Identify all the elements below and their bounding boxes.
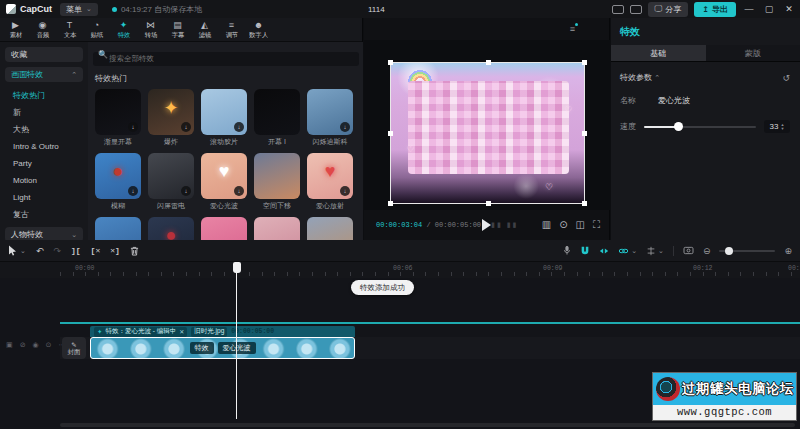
split-icon[interactable]: ][ [71,246,81,255]
preview-axis-icon[interactable]: ⌄ [646,246,664,256]
layout-toggle-icon[interactable] [612,5,624,14]
effect-card[interactable]: ✦↓爆炸 [148,89,194,147]
effect-thumbnail[interactable] [254,89,300,135]
play-button[interactable] [482,219,491,231]
sidebar-item[interactable]: 复古 [5,206,83,223]
effect-thumbnail[interactable]: ↓ [201,89,247,135]
screen-record-icon[interactable] [683,246,694,255]
effect-thumbnail[interactable]: ♥↓ [307,153,353,199]
sidebar-item[interactable]: 特效热门 [5,87,83,104]
ribbon-tab-avatar[interactable]: ☻数字人 [245,20,272,40]
effect-thumbnail[interactable] [254,153,300,199]
ribbon-tab-audio[interactable]: ◉音频 [29,20,56,40]
mute-icon[interactable]: ◉ [33,341,39,349]
sidebar-item[interactable]: Motion [5,172,83,189]
resize-handle-n[interactable] [486,60,491,65]
cover-button[interactable]: ✎ 封面 [62,337,86,359]
snapshot-icon[interactable]: ⊙ [559,219,567,231]
share-button[interactable]: 🖵 分享 [648,2,689,17]
player-menu-icon[interactable]: ≡ [570,24,575,34]
resize-handle-s[interactable] [486,201,491,206]
remove-effect-icon[interactable]: ✕ [179,328,184,335]
ribbon-tab-captions[interactable]: ▤字幕 [164,20,191,40]
effect-thumbnail[interactable]: ↓ [148,153,194,199]
delete-right-icon[interactable]: ✕] [110,246,120,255]
resize-handle-w[interactable] [388,131,393,136]
timeline-zoom-slider[interactable] [719,250,775,252]
sidebar-group-screen-effects[interactable]: 画面特效 ⌃ [5,67,83,82]
ribbon-tab-effects[interactable]: ✦特效 [110,20,137,40]
ribbon-tab-filters[interactable]: ◭滤镜 [191,20,218,40]
speed-slider[interactable] [644,126,756,128]
resize-handle-nw[interactable] [388,60,393,65]
reset-icon[interactable]: ↺ [782,73,790,83]
ribbon-tab-transition[interactable]: ⋈转场 [137,20,164,40]
ribbon-tab-media[interactable]: ▶素材 [2,20,29,40]
resize-handle-sw[interactable] [388,201,393,206]
export-button[interactable]: ↥ 导出 [694,2,736,17]
maximize-button[interactable]: ▢ [762,4,776,14]
frame-step-icons[interactable]: ▮▮ ▮▮ [491,221,518,229]
sidebar-item[interactable]: Party [5,155,83,172]
fullscreen-icon[interactable]: ⛶ [593,219,600,231]
zoom-out-icon[interactable]: ⊖ [703,246,711,256]
tab-basic[interactable]: 基础 [611,45,706,61]
ratio-icon[interactable]: ◫ [576,219,585,231]
chevron-up-icon[interactable]: ⌃ [654,74,660,81]
resize-handle-e[interactable] [582,131,587,136]
playhead[interactable] [236,262,237,419]
effect-card[interactable]: ↓闪烁迪斯科 [307,89,353,147]
effect-thumbnail[interactable]: ♥↓ [201,153,247,199]
effect-card[interactable]: ●↓模糊 [95,153,141,211]
zoom-in-icon[interactable]: ⊕ [784,246,792,256]
layout-panel-icon[interactable] [630,5,642,14]
redo-icon[interactable]: ↷ [53,246,61,256]
stepper-icons[interactable]: ▲▼ [780,123,784,129]
resize-handle-ne[interactable] [582,60,587,65]
ribbon-tab-sticker[interactable]: ◔贴纸 [83,20,110,40]
sidebar-item-favorites[interactable]: 收藏 [5,47,83,62]
effect-tag-chip[interactable]: ✦ 特效：爱心光波 - 编辑中 ✕ [94,327,187,337]
sidebar-item[interactable]: 大热 [5,121,83,138]
resize-handle-se[interactable] [582,201,587,206]
effect-card[interactable]: ↓闪屏雷电 [148,153,194,211]
ribbon-tab-text[interactable]: T文本 [56,20,83,40]
video-track-icon[interactable]: ▣ [6,341,13,349]
effect-card[interactable]: ♥↓爱心放射 [307,153,353,211]
delete-left-icon[interactable]: [✕ [91,246,101,255]
minimize-button[interactable]: — [742,4,756,14]
effect-card[interactable]: ↓滚动胶片 [201,89,247,147]
tab-mask[interactable]: 蒙版 [706,45,800,61]
effect-card[interactable]: 空间下移 [254,153,300,211]
select-tool-icon[interactable]: ⌄ [8,245,26,256]
undo-icon[interactable]: ↶ [36,246,44,256]
horizontal-scrollbar[interactable] [60,423,795,427]
speed-value-box[interactable]: 33 ▲▼ [764,120,790,133]
ribbon-tab-adjust[interactable]: ≡调节 [218,20,245,40]
effect-card[interactable]: ♥↓爱心光波 [201,153,247,211]
ruler[interactable]: 00:0000:0600:0900:1200:15 [0,262,800,278]
lock-icon[interactable]: ⊘ [20,341,26,349]
record-voiceover-icon[interactable] [563,245,571,256]
playhead-grip[interactable] [233,262,241,273]
auto-snap-icon[interactable] [599,246,609,256]
sidebar-item[interactable]: Intro & Outro [5,138,83,155]
effect-card[interactable]: 开幕 I [254,89,300,147]
speed-slider-knob[interactable] [674,122,683,131]
quality-icon[interactable]: ▥ [542,219,551,231]
effect-thumbnail[interactable]: ✦↓ [148,89,194,135]
effect-thumbnail[interactable]: ●↓ [95,153,141,199]
effect-card[interactable]: ↓渐显开幕 [95,89,141,147]
sidebar-item[interactable]: Light [5,189,83,206]
sidebar-item[interactable]: 新 [5,104,83,121]
timeline-zoom-knob[interactable] [725,247,733,255]
main-track-magnet-icon[interactable] [580,246,590,256]
search-input[interactable] [93,52,359,66]
preview-image[interactable]: ♡ ♡ ♡ [390,62,585,204]
close-button[interactable]: ✕ [782,4,796,14]
menu-button[interactable]: 菜单 ⌄ [60,3,98,16]
delete-icon[interactable] [130,246,139,256]
effect-thumbnail[interactable]: ↓ [95,89,141,135]
video-clip[interactable]: 特效 爱心光波 [90,337,355,359]
linkage-icon[interactable]: ⌄ [618,246,637,256]
